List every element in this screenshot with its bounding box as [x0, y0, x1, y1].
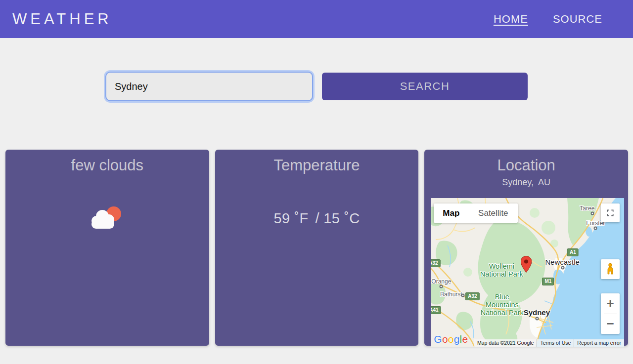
map-fullscreen-button[interactable]	[601, 203, 620, 222]
temperature-card: Temperature 59 ˚F/15 ˚C	[215, 150, 419, 346]
nav-link-home[interactable]: HOME	[494, 13, 528, 26]
pegman-icon	[605, 263, 615, 276]
app-title: WEATHER	[12, 10, 112, 28]
street-view-pegman-button[interactable]	[601, 259, 620, 279]
search-section: SEARCH	[0, 72, 633, 101]
app-header: WEATHER HOME SOURCE	[0, 0, 633, 38]
zoom-in-button[interactable]: +	[601, 293, 620, 314]
temp-separator: /	[316, 210, 320, 226]
map-type-map-button[interactable]: Map	[434, 203, 468, 223]
map-marker-pin[interactable]	[521, 256, 532, 273]
map-data-text: Map data ©2021 Google	[474, 339, 537, 347]
temperature-title: Temperature	[215, 156, 419, 175]
report-map-error-link[interactable]: Report a map error	[574, 339, 624, 347]
location-card: Location Sydney, AU	[424, 150, 628, 346]
condition-title: few clouds	[5, 156, 209, 175]
temperature-value: 59 ˚F/15 ˚C	[215, 209, 419, 227]
terms-of-use-link[interactable]: Terms of Use	[537, 339, 574, 347]
cloud-sun-icon	[5, 206, 209, 232]
zoom-out-button[interactable]: −	[601, 314, 620, 334]
condition-card: few clouds	[5, 150, 209, 346]
temp-fahrenheit: 59 ˚F	[273, 210, 308, 226]
temp-celsius: 15 ˚C	[323, 210, 360, 226]
weather-cards-row: few clouds Temperature 59 ˚F/15 ˚C Locat…	[0, 150, 633, 346]
map-type-control: Map Satellite	[434, 203, 518, 223]
search-button[interactable]: SEARCH	[322, 73, 528, 100]
map-type-satellite-button[interactable]: Satellite	[468, 203, 518, 223]
header-nav: HOME SOURCE	[494, 13, 602, 26]
location-city-country: Sydney, AU	[424, 176, 628, 188]
map-attribution: Map data ©2021 Google Terms of Use Repor…	[474, 339, 624, 347]
location-title: Location	[424, 156, 628, 175]
map-zoom-control: + −	[601, 293, 620, 334]
nav-link-source[interactable]: SOURCE	[553, 13, 602, 26]
google-map[interactable]: TareeForsterNewcastleOrangeBathurstSydne…	[431, 198, 624, 347]
google-logo[interactable]: Google	[434, 333, 468, 345]
fullscreen-icon	[606, 209, 614, 217]
city-search-input[interactable]	[105, 72, 313, 101]
